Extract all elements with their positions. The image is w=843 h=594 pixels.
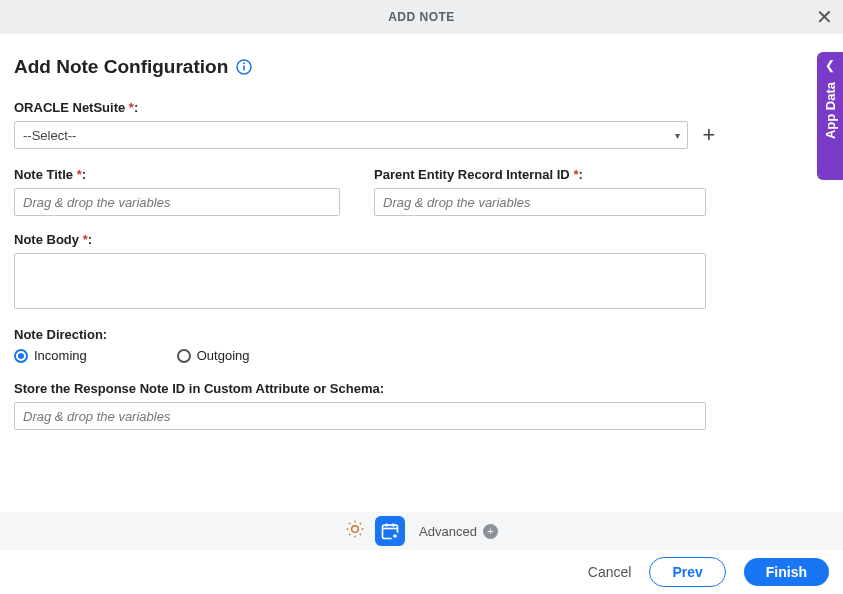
- label-text: Note Body: [14, 232, 79, 247]
- calendar-add-icon[interactable]: [375, 516, 405, 546]
- oracle-netsuite-label: ORACLE NetSuite *:: [14, 100, 829, 115]
- info-icon[interactable]: [236, 59, 252, 75]
- dialog-header: ADD NOTE ✕: [0, 0, 843, 34]
- cancel-button[interactable]: Cancel: [588, 564, 632, 580]
- oracle-netsuite-select-wrap: ▾: [14, 121, 688, 149]
- note-body-input[interactable]: [14, 253, 706, 309]
- dialog-footer: Cancel Prev Finish: [0, 550, 843, 594]
- note-direction-label: Note Direction:: [14, 327, 829, 342]
- colon: :: [82, 167, 86, 182]
- page-title-row: Add Note Configuration: [14, 56, 829, 78]
- prev-button[interactable]: Prev: [649, 557, 725, 587]
- radio-outgoing[interactable]: Outgoing: [177, 348, 250, 363]
- add-connection-button[interactable]: +: [698, 124, 720, 146]
- parent-id-col: Parent Entity Record Internal ID *:: [374, 167, 706, 216]
- advanced-label: Advanced: [419, 524, 477, 539]
- svg-rect-1: [243, 66, 245, 71]
- colon: :: [134, 100, 138, 115]
- label-text: ORACLE NetSuite: [14, 100, 125, 115]
- finish-button[interactable]: Finish: [744, 558, 829, 586]
- svg-point-2: [243, 62, 245, 64]
- radio-incoming[interactable]: Incoming: [14, 348, 87, 363]
- oracle-netsuite-row: ▾ +: [14, 121, 720, 149]
- dialog-title: ADD NOTE: [388, 10, 455, 24]
- app-data-label: App Data: [823, 82, 838, 139]
- note-body-label: Note Body *:: [14, 232, 829, 247]
- title-parent-row: Note Title *: Parent Entity Record Inter…: [14, 167, 706, 216]
- radio-checked-icon: [14, 349, 28, 363]
- chevron-left-icon: ❯: [825, 60, 835, 74]
- radio-unchecked-icon: [177, 349, 191, 363]
- parent-id-input[interactable]: [374, 188, 706, 216]
- dialog-content: Add Note Configuration ORACLE NetSuite *…: [0, 34, 843, 430]
- app-data-tab[interactable]: ❯ App Data: [817, 52, 843, 180]
- store-response-label: Store the Response Note ID in Custom Att…: [14, 381, 829, 396]
- advanced-toggle[interactable]: Advanced +: [419, 524, 498, 539]
- note-direction-group: Incoming Outgoing: [14, 348, 829, 363]
- radio-outgoing-label: Outgoing: [197, 348, 250, 363]
- colon: :: [88, 232, 92, 247]
- colon: :: [578, 167, 582, 182]
- parent-id-label: Parent Entity Record Internal ID *:: [374, 167, 706, 182]
- toolbar: Advanced +: [0, 512, 843, 550]
- label-text: Parent Entity Record Internal ID: [374, 167, 570, 182]
- store-response-input[interactable]: [14, 402, 706, 430]
- note-title-input[interactable]: [14, 188, 340, 216]
- close-icon[interactable]: ✕: [816, 7, 833, 27]
- note-title-col: Note Title *:: [14, 167, 340, 216]
- note-title-label: Note Title *:: [14, 167, 340, 182]
- page-title: Add Note Configuration: [14, 56, 228, 78]
- radio-incoming-label: Incoming: [34, 348, 87, 363]
- gear-icon[interactable]: [345, 519, 365, 543]
- plus-circle-icon: +: [483, 524, 498, 539]
- oracle-netsuite-select[interactable]: [14, 121, 688, 149]
- label-text: Note Title: [14, 167, 73, 182]
